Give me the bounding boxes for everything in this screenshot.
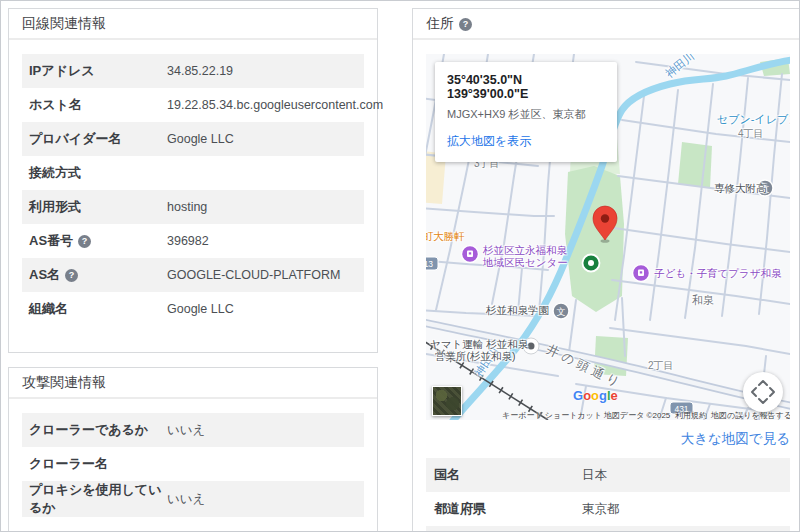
kodomo-plaza-marker[interactable] <box>633 265 650 282</box>
row-value: 19.22.85.34.bc.googleusercontent.com <box>167 98 383 112</box>
panel-line-info: 回線関連情報 IPアドレス 34.85.22.19 ホスト名 19.22.85.… <box>8 8 378 353</box>
panel-address-title: 住所? <box>413 9 800 40</box>
row-value: 日本 <box>582 467 607 484</box>
poi-label-kodomo-plaza[interactable]: 子ども・子育てプラザ和泉 <box>654 267 781 279</box>
row-value: いいえ <box>167 422 205 439</box>
panel-title-text: 住所 <box>426 15 454 31</box>
row-label: 国名 <box>434 466 582 484</box>
table-row: クローラーであるか いいえ <box>22 413 364 447</box>
table-row: 都道府県 東京都 <box>426 492 790 526</box>
view-larger-map-link[interactable]: 大きな地図で見る <box>681 431 790 446</box>
attack-info-table: クローラーであるか いいえ クローラー名 プロキシを使用しているか いいえ <box>9 399 377 532</box>
map-info-card: 35°40'35.0"N 139°39'00.0"E MJGX+HX9 杉並区、… <box>435 62 617 162</box>
svg-text:413: 413 <box>426 259 433 269</box>
help-icon[interactable]: ? <box>78 235 91 248</box>
park-marker[interactable] <box>583 255 600 272</box>
poi-label-school[interactable]: 杉並和泉学園 <box>486 304 549 316</box>
row-value: GOOGLE-CLOUD-PLATFORM <box>167 268 340 282</box>
line-info-table: IPアドレス 34.85.22.19 ホスト名 19.22.85.34.bc.g… <box>9 40 377 352</box>
table-row: 接続方式 <box>22 156 364 190</box>
fullscreen-button[interactable] <box>743 372 783 412</box>
route-badge-413: 413 <box>426 257 438 270</box>
row-label: 接続方式 <box>29 164 167 182</box>
table-row: プロバイダー名 Google LLC <box>22 122 364 156</box>
poi-label-seven-eleven[interactable]: セブン-イレブン <box>717 113 790 125</box>
row-label: AS番号? <box>29 232 167 250</box>
poi-label-yamato[interactable]: 営業所(杉並和泉) <box>435 350 516 362</box>
help-icon[interactable]: ? <box>65 269 78 282</box>
logo-letter: o <box>583 388 591 403</box>
row-label: プロバイダー名 <box>29 130 167 148</box>
poi-label-civic-center[interactable]: 地域区民センター <box>483 256 568 268</box>
district-label: 和泉 <box>692 294 714 306</box>
table-row: プロキシを使用しているか いいえ <box>22 481 364 517</box>
table-row: クローラー名 <box>22 447 364 481</box>
row-label: 組織名 <box>29 300 167 318</box>
satellite-layer-toggle[interactable] <box>432 386 462 416</box>
poi-label-school[interactable]: 専修大附高 <box>714 182 767 194</box>
address-table: 国名 日本 都道府県 東京都 <box>426 458 790 532</box>
row-label: 利用形式 <box>29 198 167 216</box>
row-value: Google LLC <box>167 302 234 316</box>
logo-letter: e <box>611 388 618 403</box>
civic-center-marker[interactable] <box>462 246 479 263</box>
logo-letter: G <box>573 388 583 403</box>
enlarge-map-link[interactable]: 拡大地図を表示 <box>447 133 531 150</box>
poi-label-yamato[interactable]: ヤマト運輸 杉並和泉 <box>430 338 528 350</box>
row-label: クローラー名 <box>29 455 167 473</box>
larger-map-row: 大きな地図で見る <box>426 429 790 448</box>
table-row: IPアドレス 34.85.22.19 <box>22 54 364 88</box>
table-row: 組織名 Google LLC <box>22 292 364 326</box>
plus-code-text: MJGX+HX9 杉並区、東京都 <box>447 107 605 122</box>
row-value: hosting <box>167 200 207 214</box>
panel-title-text: 攻撃関連情報 <box>22 374 106 390</box>
table-row-partial <box>426 526 790 532</box>
row-label: IPアドレス <box>29 62 167 80</box>
row-value: いいえ <box>167 491 205 508</box>
row-value: 34.85.22.19 <box>167 64 233 78</box>
page: 回線関連情報 IPアドレス 34.85.22.19 ホスト名 19.22.85.… <box>0 0 800 532</box>
table-row: 国名 日本 <box>426 458 790 492</box>
row-label: クローラーであるか <box>29 421 167 439</box>
row-value: Google LLC <box>167 132 234 146</box>
table-row: AS名? GOOGLE-CLOUD-PLATFORM <box>22 258 364 292</box>
row-label: 都道府県 <box>434 500 582 518</box>
right-column: 住所? <box>412 8 800 524</box>
left-column: 回線関連情報 IPアドレス 34.85.22.19 ホスト名 19.22.85.… <box>8 8 378 524</box>
district-label: 2丁目 <box>648 360 674 372</box>
row-label-text: AS番号 <box>29 233 73 248</box>
svg-text:文: 文 <box>557 307 566 317</box>
panel-attack-info: 攻撃関連情報 クローラーであるか いいえ クローラー名 プロキシを使用しているか… <box>8 367 378 532</box>
row-label: プロキシを使用しているか <box>29 481 167 517</box>
school-icon[interactable]: 文 <box>553 303 569 319</box>
logo-letter: o <box>591 388 599 403</box>
row-label: AS名? <box>29 266 167 284</box>
row-value: 396982 <box>167 234 209 248</box>
coordinates-text: 35°40'35.0"N 139°39'00.0"E <box>447 73 605 101</box>
panel-address: 住所? <box>412 8 800 532</box>
table-row: AS番号? 396982 <box>22 224 364 258</box>
table-row: 利用形式 hosting <box>22 190 364 224</box>
google-logo[interactable]: Google <box>573 388 618 403</box>
fullscreen-arrows-icon <box>743 372 783 412</box>
panel-title-text: 回線関連情報 <box>22 15 106 31</box>
row-label-text: AS名 <box>29 267 60 282</box>
row-value: 東京都 <box>582 501 620 518</box>
logo-letter: g <box>599 388 607 403</box>
panel-line-info-title: 回線関連情報 <box>9 9 377 40</box>
poi-label-civic-center[interactable]: 杉並区立永福和泉 <box>483 244 567 256</box>
help-icon[interactable]: ? <box>459 18 472 31</box>
district-label: 4丁目 <box>738 128 764 140</box>
terms-link[interactable]: 利用規約 <box>675 410 707 420</box>
map-data-text: 地図データ ©2025 <box>604 410 670 420</box>
keyboard-shortcuts-link[interactable]: キーボード ショートカット <box>502 410 602 420</box>
poi-label-restaurant[interactable]: 福町大勝軒 <box>426 230 465 242</box>
park-area <box>678 142 712 188</box>
table-row: ホスト名 19.22.85.34.bc.googleusercontent.co… <box>22 88 364 122</box>
row-label: ホスト名 <box>29 96 167 114</box>
panel-attack-info-title: 攻撃関連情報 <box>9 368 377 399</box>
google-map-embed[interactable]: 413 431 文 文 <box>426 54 790 420</box>
address-body: 413 431 文 文 <box>413 40 800 532</box>
